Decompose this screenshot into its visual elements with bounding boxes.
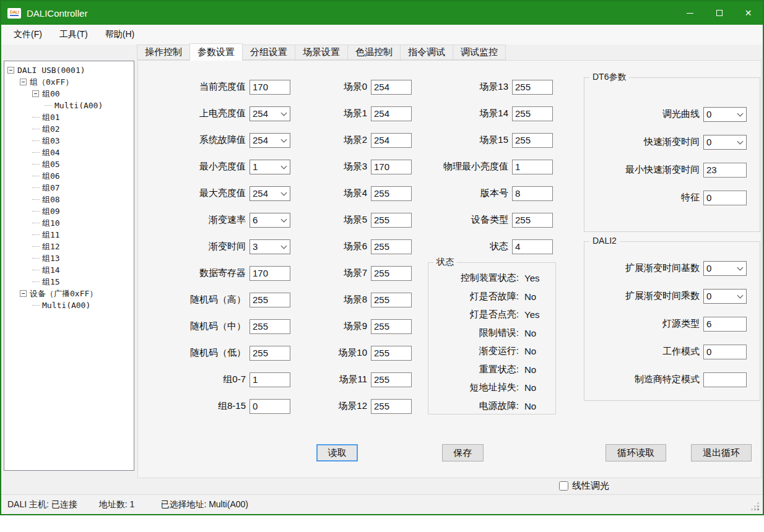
dt6-select-0[interactable]: 0 [703,107,747,122]
tree-item[interactable]: 组00 [4,88,134,100]
scene-left-input-5[interactable] [371,213,412,228]
tab-4[interactable]: 色温控制 [347,45,401,60]
tree-collapse-icon[interactable] [20,79,27,85]
read-button[interactable]: 读取 [316,444,358,461]
save-button[interactable]: 保存 [442,444,484,461]
dt6-input-3[interactable] [703,191,747,205]
basic-param-select-4[interactable]: 254 [250,186,290,201]
tree-item[interactable]: 组02 [4,123,134,135]
field-label: 场景13 [434,81,508,93]
basic-param-select-1[interactable]: 254 [250,106,290,121]
basic-param-input-12[interactable] [250,399,290,414]
scene-right-input-3[interactable] [512,160,553,174]
basic-param-input-10[interactable] [250,346,290,361]
scene-right-input-1[interactable] [512,106,553,121]
status-row-6: 短地址掉失:No [431,379,553,397]
minimize-button[interactable] [675,1,705,25]
tree-item[interactable]: 组14 [4,264,134,276]
resize-grip-icon[interactable] [757,508,759,510]
tree-connector [32,211,40,212]
tree-collapse-icon[interactable] [20,290,27,297]
tree-item-label: 组05 [42,159,60,170]
scene-right-input-5[interactable] [512,213,553,228]
tree-connector [32,199,40,200]
basic-param-input-9[interactable] [250,319,290,334]
status-row-label: 短地址掉失: [431,382,519,393]
menu-item-2[interactable]: 帮助(H) [105,29,134,40]
tree-item[interactable]: 组01 [4,111,134,123]
scene-right-input-0[interactable] [512,80,553,95]
status-selected-address: 已选择地址: Multi(A00) [160,499,248,510]
scene-left-input-3[interactable] [371,160,412,174]
tree-connector [32,223,40,223]
tree-item[interactable]: 组03 [4,135,134,147]
tab-0[interactable]: 操作控制 [137,45,190,60]
tree-item[interactable]: 组（0xFF） [4,76,134,88]
tree-item[interactable]: DALI USB(0001) [4,64,134,76]
tree-item[interactable]: 组11 [4,229,134,241]
scene-right-input-4[interactable] [512,186,553,201]
dali2-input-2[interactable] [703,317,747,332]
field-label: 场景0 [321,81,367,93]
basic-param-select-3[interactable]: 1 [250,160,290,174]
tree-item[interactable]: Multi(A00) [4,100,134,111]
basic-param-select-6[interactable]: 3 [250,239,290,254]
menu-item-0[interactable]: 文件(F) [14,29,42,40]
tree-collapse-icon[interactable] [7,67,14,74]
close-button[interactable]: ✕ [734,1,763,25]
scene-left-input-12[interactable] [371,399,412,414]
maximize-button[interactable] [705,1,734,25]
dali2-input-3[interactable] [703,345,747,359]
scene-left-input-8[interactable] [371,293,412,307]
tab-1[interactable]: 参数设置 [189,43,243,61]
scene-right-input-6[interactable] [512,239,553,254]
basic-param-input-0[interactable] [250,80,290,95]
tree-item[interactable]: 组15 [4,276,134,288]
tree-item[interactable]: Multi(A00) [4,299,134,311]
basic-param-input-11[interactable] [250,372,290,387]
basic-param-select-2[interactable]: 254 [250,133,290,148]
scene-left-input-11[interactable] [371,372,412,387]
status-row-7: 电源故障:No [431,397,553,416]
tree-item[interactable]: 组08 [4,194,134,205]
status-groupbox: 状态 控制装置状态:Yes灯是否故障:No灯是否点亮:Yes限制错误:No渐变运… [428,262,556,414]
tree-item[interactable]: 设备（广播0xFF） [4,288,134,299]
tree-item[interactable]: 组07 [4,182,134,194]
scene-left-input-1[interactable] [371,106,412,121]
scene-left-input-2[interactable] [371,133,412,148]
loop-read-button[interactable]: 循环读取 [606,444,666,461]
tree-item[interactable]: 组04 [4,147,134,158]
scene-left-input-9[interactable] [371,319,412,334]
tab-6[interactable]: 调试监控 [453,45,506,60]
tab-5[interactable]: 指令调试 [400,45,453,60]
dali2-input-4[interactable] [703,372,747,387]
scene-right-input-2[interactable] [512,133,553,148]
scene-left-input-10[interactable] [371,346,412,361]
basic-param-select-5[interactable]: 6 [250,213,290,228]
tab-3[interactable]: 场景设置 [295,45,348,60]
tree-item-label: 组08 [42,194,60,205]
dt6-input-2[interactable] [703,163,747,178]
dali2-row-4: 制造商特定模式 [584,366,760,393]
dali2-select-0[interactable]: 0 [703,261,747,276]
tree-item[interactable]: 组10 [4,217,134,229]
scene-left-input-6[interactable] [371,239,412,254]
tree-item[interactable]: 组13 [4,252,134,264]
scene-left-input-4[interactable] [371,186,412,201]
tree-item[interactable]: 组12 [4,241,134,252]
linear-dimming-checkbox[interactable] [559,481,568,491]
basic-param-input-8[interactable] [250,293,290,307]
dt6-select-1[interactable]: 0 [703,135,747,150]
tree-item[interactable]: 组09 [4,205,134,217]
tree-item[interactable]: 组05 [4,158,134,170]
basic-param-input-7[interactable] [250,266,290,281]
scene-left-input-0[interactable] [371,80,412,95]
tab-2[interactable]: 分组设置 [242,45,295,60]
scene-left-input-7[interactable] [371,266,412,281]
status-group-body: 控制装置状态:Yes灯是否故障:No灯是否点亮:Yes限制错误:No渐变运行:N… [428,263,555,414]
tree-item[interactable]: 组06 [4,170,134,182]
dali2-select-1[interactable]: 0 [703,289,747,304]
tree-collapse-icon[interactable] [32,90,39,97]
exit-loop-button[interactable]: 退出循环 [691,444,752,461]
menu-item-1[interactable]: 工具(T) [59,29,88,40]
